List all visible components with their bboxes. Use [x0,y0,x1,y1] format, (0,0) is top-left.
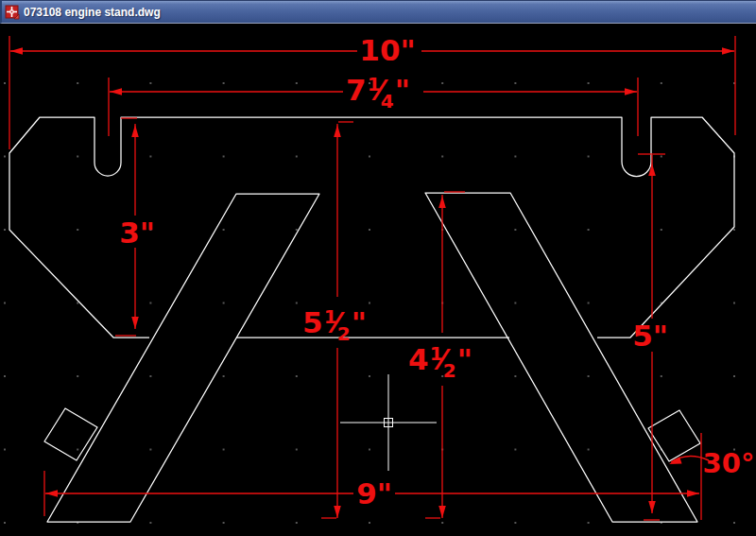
dim-label-5-1-2in: 51⁄2" [302,305,367,345]
drawing-canvas[interactable]: 10"71⁄4"3"51⁄2"41⁄2"5"9"30° [0,0,756,536]
dim-label-4-1-2in: 41⁄2" [408,342,472,382]
dim-label-5in: 5" [632,319,668,353]
application-window: 10"71⁄4"3"51⁄2"41⁄2"5"9"30° 073108 engin… [0,0,756,536]
dim-label-7-1-4in: 71⁄4" [346,73,410,112]
dim-label-10in: 10" [359,33,415,67]
dim-label-9in: 9" [356,476,392,510]
dim-label-30deg: 30° [703,447,755,479]
dim-label-3in: 3" [119,216,155,250]
title-bar[interactable]: 073108 engine stand.dwg [0,0,756,24]
dwg-file-icon[interactable] [5,5,20,20]
window-title: 073108 engine stand.dwg [24,6,161,19]
